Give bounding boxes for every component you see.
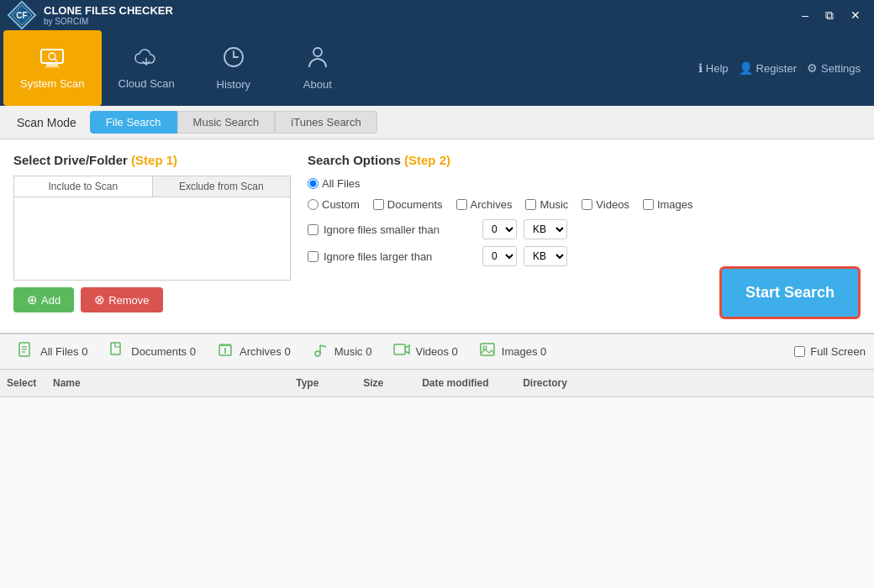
full-screen-input[interactable]	[794, 346, 805, 357]
music-tab-label: Music 0	[334, 345, 372, 358]
images-checkbox-input[interactable]	[643, 199, 654, 210]
add-icon: ⊕	[27, 292, 38, 307]
ignore-larger-row: Ignore files larger than 0 KB MB GB	[308, 246, 861, 266]
documents-tab-icon	[109, 342, 126, 361]
minimize-button[interactable]: –	[795, 7, 815, 24]
register-button[interactable]: 👤 Register	[739, 61, 797, 75]
images-tab-label: Images 0	[502, 345, 546, 358]
archives-tab-label: Archives 0	[240, 345, 291, 358]
svg-line-7	[55, 59, 57, 61]
images-tab-icon	[480, 342, 497, 361]
title-bar-controls: – ⧉ ✕	[795, 7, 867, 24]
svg-line-21	[320, 345, 326, 347]
music-tab-icon	[313, 342, 329, 361]
full-screen-checkbox[interactable]: Full Screen	[794, 345, 866, 358]
nav-about[interactable]: About	[276, 30, 360, 106]
ignore-smaller-row: Ignore files smaller than 0 KB MB GB	[308, 219, 861, 239]
start-search-container: Start Search	[308, 275, 861, 319]
size-unit-1-select[interactable]: KB MB GB	[524, 219, 567, 239]
file-type-row: All Files	[308, 177, 861, 190]
nav-system-scan[interactable]: System Scan	[3, 30, 102, 106]
videos-checkbox-input[interactable]	[582, 199, 592, 210]
music-checkbox-input[interactable]	[525, 199, 536, 210]
tab-itunes-search[interactable]: iTunes Search	[275, 111, 376, 134]
system-scan-icon	[39, 47, 65, 74]
archives-checkbox-input[interactable]	[456, 199, 467, 210]
folder-actions: ⊕ Add ⊗ Remove	[13, 287, 291, 312]
th-type: Type	[289, 374, 356, 392]
nav-bar: System Scan Cloud Scan History Abou	[0, 30, 874, 106]
nav-system-scan-label: System Scan	[20, 77, 85, 90]
result-tab-videos[interactable]: Videos 0	[383, 338, 467, 365]
file-type-row-2: Custom Documents Archives Music Videos I…	[308, 198, 861, 211]
nav-cloud-scan[interactable]: Cloud Scan	[102, 30, 192, 106]
result-tab-archives[interactable]: Archives 0	[208, 338, 301, 365]
svg-rect-17	[219, 344, 231, 346]
app-title-block: CLONE FILES CHECKER by SORCIM	[44, 4, 173, 26]
svg-rect-4	[46, 64, 58, 66]
size-unit-2-select[interactable]: KB MB GB	[524, 246, 567, 266]
documents-checkbox[interactable]: Documents	[373, 198, 443, 211]
help-button[interactable]: ℹ Help	[698, 61, 729, 75]
scan-mode-bar: Scan Mode File Search Music Search iTune…	[0, 106, 874, 139]
nav-cloud-scan-label: Cloud Scan	[118, 77, 175, 90]
results-table: Select Name Type Size Date modified Dire…	[0, 370, 874, 588]
ignore-larger-checkbox[interactable]: Ignore files larger than	[308, 250, 476, 263]
result-tab-all-files[interactable]: All Files 0	[8, 338, 97, 365]
start-search-button[interactable]: Start Search	[719, 266, 861, 319]
all-files-radio-input[interactable]	[308, 178, 319, 189]
videos-tab-label: Videos 0	[415, 345, 457, 358]
svg-rect-3	[41, 50, 63, 63]
music-checkbox[interactable]: Music	[525, 198, 568, 211]
svg-point-19	[315, 351, 320, 356]
videos-checkbox[interactable]: Videos	[582, 198, 629, 211]
svg-rect-23	[481, 344, 494, 355]
size-value-2-select[interactable]: 0	[482, 246, 517, 266]
tab-file-search[interactable]: File Search	[90, 111, 177, 134]
help-icon: ℹ	[698, 61, 703, 75]
images-checkbox[interactable]: Images	[643, 198, 693, 211]
settings-icon: ⚙	[807, 61, 818, 75]
remove-folder-button[interactable]: ⊗ Remove	[81, 287, 162, 312]
tab-music-search[interactable]: Music Search	[177, 111, 276, 134]
app-title: CLONE FILES CHECKER	[44, 4, 173, 17]
nav-about-label: About	[303, 78, 332, 91]
include-scan-tab[interactable]: Include to Scan	[14, 176, 153, 197]
history-icon	[222, 45, 245, 75]
ignore-larger-input[interactable]	[308, 251, 319, 262]
ignore-smaller-input[interactable]	[308, 224, 319, 235]
register-icon: 👤	[739, 61, 753, 75]
th-dir: Directory	[516, 374, 874, 392]
result-tab-music[interactable]: Music 0	[303, 338, 382, 365]
filters-section: Ignore files smaller than 0 KB MB GB Ign…	[308, 219, 861, 266]
documents-checkbox-input[interactable]	[373, 199, 384, 210]
app-logo: CF	[7, 0, 37, 30]
svg-point-6	[49, 53, 55, 60]
close-button[interactable]: ✕	[844, 7, 867, 24]
ignore-smaller-checkbox[interactable]: Ignore files smaller than	[308, 223, 476, 236]
th-name: Name	[46, 374, 289, 392]
nav-history-label: History	[217, 78, 250, 91]
result-tab-images[interactable]: Images 0	[470, 338, 556, 365]
maximize-button[interactable]: ⧉	[819, 7, 840, 24]
custom-radio-input[interactable]	[308, 199, 319, 210]
left-panel: Select Drive/Folder (Step 1) Include to …	[13, 153, 291, 319]
size-value-1-select[interactable]: 0	[482, 219, 517, 239]
th-size: Size	[356, 374, 415, 392]
folder-list	[13, 197, 291, 281]
result-tab-documents[interactable]: Documents 0	[99, 338, 206, 365]
add-folder-button[interactable]: ⊕ Add	[13, 287, 74, 312]
nav-history[interactable]: History	[192, 30, 276, 106]
custom-radio[interactable]: Custom	[308, 198, 360, 211]
settings-button[interactable]: ⚙ Settings	[807, 61, 861, 75]
title-bar-left: CF CLONE FILES CHECKER by SORCIM	[7, 0, 173, 30]
table-header: Select Name Type Size Date modified Dire…	[0, 370, 874, 397]
exclude-scan-tab[interactable]: Exclude from Scan	[153, 176, 291, 197]
cloud-scan-icon	[134, 47, 159, 74]
scan-mode-label: Scan Mode	[17, 116, 76, 129]
nav-right: ℹ Help 👤 Register ⚙ Settings	[698, 61, 871, 75]
archives-checkbox[interactable]: Archives	[456, 198, 513, 211]
all-files-radio[interactable]: All Files	[308, 177, 361, 190]
remove-icon: ⊗	[94, 292, 105, 307]
folder-tabs: Include to Scan Exclude from Scan	[13, 176, 291, 197]
